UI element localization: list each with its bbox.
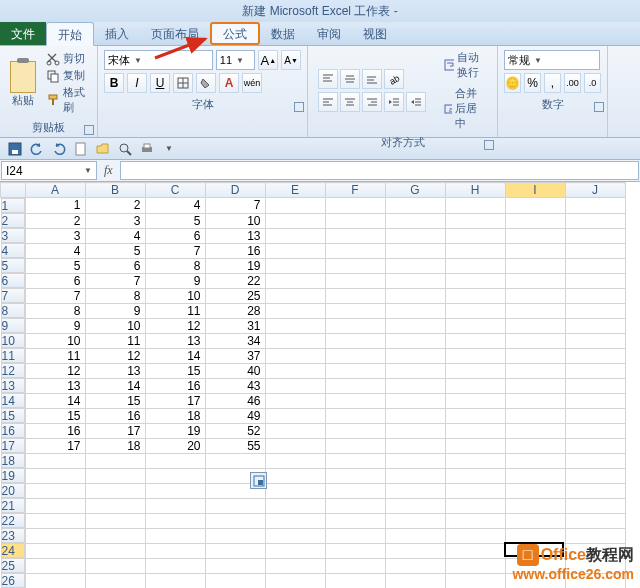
cell-C24[interactable] bbox=[145, 543, 205, 558]
cell-B11[interactable]: 12 bbox=[85, 348, 145, 363]
cell-J5[interactable] bbox=[565, 258, 625, 273]
increase-decimal-button[interactable]: .00 bbox=[564, 73, 581, 93]
cell-H15[interactable] bbox=[445, 408, 505, 423]
cell-I26[interactable] bbox=[505, 573, 565, 588]
cell-A15[interactable]: 15 bbox=[25, 408, 85, 423]
cell-I2[interactable] bbox=[505, 213, 565, 228]
cell-E13[interactable] bbox=[265, 378, 325, 393]
number-dialog-icon[interactable] bbox=[594, 102, 604, 112]
cell-A6[interactable]: 6 bbox=[25, 273, 85, 288]
cell-A17[interactable]: 17 bbox=[25, 438, 85, 453]
cell-G23[interactable] bbox=[385, 528, 445, 543]
row-header-15[interactable]: 15 bbox=[1, 408, 25, 423]
cell-E18[interactable] bbox=[265, 453, 325, 468]
cell-F4[interactable] bbox=[325, 243, 385, 258]
col-header-B[interactable]: B bbox=[85, 183, 145, 198]
cell-F24[interactable] bbox=[325, 543, 385, 558]
cell-J7[interactable] bbox=[565, 288, 625, 303]
cell-A2[interactable]: 2 bbox=[25, 213, 85, 228]
cell-H26[interactable] bbox=[445, 573, 505, 588]
row-header-20[interactable]: 20 bbox=[1, 483, 25, 498]
cell-A24[interactable] bbox=[25, 543, 85, 558]
print-preview-button[interactable] bbox=[116, 140, 134, 158]
cell-J1[interactable] bbox=[565, 198, 625, 214]
cell-A1[interactable]: 1 bbox=[25, 198, 85, 214]
number-format-combo[interactable]: 常规▼ bbox=[504, 50, 600, 70]
cell-H9[interactable] bbox=[445, 318, 505, 333]
cell-F1[interactable] bbox=[325, 198, 385, 214]
cell-C21[interactable] bbox=[145, 498, 205, 513]
decrease-decimal-button[interactable]: .0 bbox=[584, 73, 601, 93]
cell-A11[interactable]: 11 bbox=[25, 348, 85, 363]
cell-B12[interactable]: 13 bbox=[85, 363, 145, 378]
cell-H4[interactable] bbox=[445, 243, 505, 258]
cell-F22[interactable] bbox=[325, 513, 385, 528]
cell-C26[interactable] bbox=[145, 573, 205, 588]
bold-button[interactable]: B bbox=[104, 73, 124, 93]
cell-C19[interactable] bbox=[145, 468, 205, 483]
cell-C2[interactable]: 5 bbox=[145, 213, 205, 228]
cell-G10[interactable] bbox=[385, 333, 445, 348]
cell-D16[interactable]: 52 bbox=[205, 423, 265, 438]
cell-G21[interactable] bbox=[385, 498, 445, 513]
cell-F25[interactable] bbox=[325, 558, 385, 573]
row-header-6[interactable]: 6 bbox=[1, 273, 25, 288]
cell-I4[interactable] bbox=[505, 243, 565, 258]
cell-E17[interactable] bbox=[265, 438, 325, 453]
cell-F9[interactable] bbox=[325, 318, 385, 333]
cell-A4[interactable]: 4 bbox=[25, 243, 85, 258]
cell-C12[interactable]: 15 bbox=[145, 363, 205, 378]
cell-H13[interactable] bbox=[445, 378, 505, 393]
cell-H12[interactable] bbox=[445, 363, 505, 378]
cell-C6[interactable]: 9 bbox=[145, 273, 205, 288]
cell-I6[interactable] bbox=[505, 273, 565, 288]
cell-E20[interactable] bbox=[265, 483, 325, 498]
cell-I9[interactable] bbox=[505, 318, 565, 333]
cell-A21[interactable] bbox=[25, 498, 85, 513]
cell-F8[interactable] bbox=[325, 303, 385, 318]
cell-F10[interactable] bbox=[325, 333, 385, 348]
cell-H5[interactable] bbox=[445, 258, 505, 273]
cell-G8[interactable] bbox=[385, 303, 445, 318]
print-button[interactable] bbox=[138, 140, 156, 158]
cell-C17[interactable]: 20 bbox=[145, 438, 205, 453]
cell-F14[interactable] bbox=[325, 393, 385, 408]
cell-D11[interactable]: 37 bbox=[205, 348, 265, 363]
open-button[interactable] bbox=[94, 140, 112, 158]
cell-H10[interactable] bbox=[445, 333, 505, 348]
cell-G14[interactable] bbox=[385, 393, 445, 408]
cell-H2[interactable] bbox=[445, 213, 505, 228]
cell-C11[interactable]: 14 bbox=[145, 348, 205, 363]
cell-I23[interactable] bbox=[505, 528, 565, 543]
cell-D9[interactable]: 31 bbox=[205, 318, 265, 333]
alignment-dialog-icon[interactable] bbox=[484, 140, 494, 150]
name-box[interactable]: I24▼ bbox=[1, 161, 97, 180]
cell-A26[interactable] bbox=[25, 573, 85, 588]
cell-A20[interactable] bbox=[25, 483, 85, 498]
cell-H11[interactable] bbox=[445, 348, 505, 363]
col-header-J[interactable]: J bbox=[565, 183, 625, 198]
decrease-indent-button[interactable] bbox=[384, 92, 404, 112]
cell-G2[interactable] bbox=[385, 213, 445, 228]
cell-B5[interactable]: 6 bbox=[85, 258, 145, 273]
cell-E9[interactable] bbox=[265, 318, 325, 333]
tab-insert[interactable]: 插入 bbox=[94, 22, 140, 45]
cell-B1[interactable]: 2 bbox=[85, 198, 145, 214]
cell-J18[interactable] bbox=[565, 453, 625, 468]
cell-D24[interactable] bbox=[205, 543, 265, 558]
cell-J23[interactable] bbox=[565, 528, 625, 543]
cell-H20[interactable] bbox=[445, 483, 505, 498]
fill-color-button[interactable] bbox=[196, 73, 216, 93]
cell-G4[interactable] bbox=[385, 243, 445, 258]
cell-B19[interactable] bbox=[85, 468, 145, 483]
cell-I11[interactable] bbox=[505, 348, 565, 363]
cell-E26[interactable] bbox=[265, 573, 325, 588]
cell-F21[interactable] bbox=[325, 498, 385, 513]
cell-H6[interactable] bbox=[445, 273, 505, 288]
cell-G6[interactable] bbox=[385, 273, 445, 288]
cell-E24[interactable] bbox=[265, 543, 325, 558]
cell-I8[interactable] bbox=[505, 303, 565, 318]
row-header-11[interactable]: 11 bbox=[1, 348, 25, 363]
undo-button[interactable] bbox=[28, 140, 46, 158]
row-header-18[interactable]: 18 bbox=[1, 453, 25, 468]
